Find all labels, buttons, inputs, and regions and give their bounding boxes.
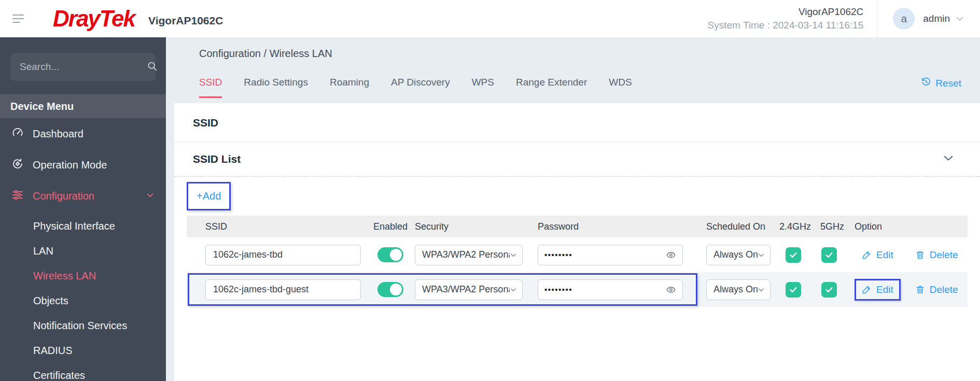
sidebar-item-dashboard[interactable]: Dashboard	[0, 118, 166, 149]
eye-icon[interactable]	[666, 285, 676, 295]
scheduled-on-value: Always On	[713, 284, 758, 295]
check-icon	[789, 250, 798, 260]
search-input[interactable]	[20, 61, 147, 73]
section-title: SSID	[187, 103, 968, 142]
table-header-row: SSID Enabled Security Password Scheduled…	[187, 216, 968, 237]
table-row: WPA3/WPA2 Personal •••••••• Always On	[187, 272, 968, 307]
sidebar-item-lan[interactable]: LAN	[0, 238, 166, 263]
breadcrumb: Configuration / Wireless LAN	[166, 48, 980, 66]
col-header-option: Option	[855, 221, 968, 232]
band-2-4ghz-checkbox[interactable]	[786, 247, 801, 263]
sidebar-item-physical-interface[interactable]: Physical Interface	[0, 214, 166, 238]
trash-icon	[915, 285, 925, 294]
hamburger-icon[interactable]	[12, 12, 24, 25]
password-masked: ••••••••	[544, 250, 572, 259]
sliders-icon	[11, 189, 24, 204]
sidebar-item-configuration[interactable]: Configuration	[0, 180, 166, 211]
username[interactable]: admin	[923, 13, 950, 24]
add-button[interactable]: +Add	[197, 190, 221, 202]
ssid-input[interactable]	[205, 279, 361, 300]
band-2-4ghz-checkbox[interactable]	[786, 282, 801, 298]
scheduled-on-select[interactable]: Always On	[706, 279, 771, 300]
edit-label: Edit	[876, 284, 893, 295]
header-right: VigorAP1062C System Time : 2024-03-14 11…	[708, 0, 980, 37]
scheduled-on-select[interactable]: Always On	[706, 245, 771, 265]
reset-icon	[921, 77, 931, 90]
ssid-list-header: SSID List	[187, 142, 968, 176]
sidebar-item-notification-services[interactable]: Notification Services	[0, 313, 166, 338]
device-name: VigorAP1062C	[708, 6, 864, 18]
enabled-toggle[interactable]	[377, 282, 403, 297]
band-5ghz-checkbox[interactable]	[821, 247, 837, 263]
col-header-5ghz: 5GHz	[820, 221, 855, 232]
col-header-security: Security	[415, 221, 538, 232]
tab-ap-discovery[interactable]: AP Discovery	[391, 77, 450, 98]
sub-item-label: Notification Services	[33, 320, 127, 332]
edit-label: Edit	[876, 249, 893, 261]
edit-button[interactable]: Edit	[862, 284, 893, 295]
security-select[interactable]: WPA3/WPA2 Personal	[415, 279, 523, 300]
chevron-down-icon[interactable]	[943, 152, 954, 166]
reset-button[interactable]: Reset	[921, 77, 961, 98]
enabled-toggle[interactable]	[377, 247, 403, 262]
tab-ssid[interactable]: SSID	[199, 77, 222, 98]
eye-icon[interactable]	[666, 250, 676, 260]
sub-item-label: LAN	[33, 245, 53, 257]
chevron-down-icon	[758, 251, 765, 259]
tab-roaming[interactable]: Roaming	[330, 77, 369, 98]
col-header-scheduled-on: Scheduled On	[706, 221, 779, 232]
sidebar-section-title: Device Menu	[0, 94, 166, 118]
reset-label: Reset	[935, 78, 961, 89]
delete-label: Delete	[930, 284, 958, 295]
edit-button[interactable]: Edit	[862, 249, 893, 261]
tab-range-extender[interactable]: Range Extender	[516, 77, 587, 98]
security-value: WPA3/WPA2 Personal	[422, 284, 510, 295]
sidebar-item-wireless-lan[interactable]: Wireless LAN	[0, 263, 166, 288]
delete-button[interactable]: Delete	[915, 249, 958, 261]
security-select[interactable]: WPA3/WPA2 Personal	[415, 245, 523, 265]
scheduled-on-value: Always On	[713, 249, 758, 260]
chevron-down-icon[interactable]	[146, 190, 155, 202]
sidebar: Device Menu Dashboard Operation Mode Con…	[0, 37, 166, 381]
ssid-input[interactable]	[205, 245, 361, 265]
sidebar-item-objects[interactable]: Objects	[0, 288, 166, 313]
band-5ghz-checkbox[interactable]	[821, 282, 837, 298]
table-row: WPA3/WPA2 Personal •••••••• Always On	[187, 237, 968, 272]
edit-button-highlight-box: Edit	[855, 279, 901, 301]
model-name: VigorAP1062C	[148, 15, 223, 27]
password-field[interactable]: ••••••••	[538, 245, 683, 265]
check-icon	[824, 285, 834, 294]
sub-item-label: Objects	[33, 295, 68, 307]
sidebar-item-label: Dashboard	[33, 128, 83, 140]
search-box[interactable]	[10, 53, 156, 81]
operation-mode-icon	[11, 158, 24, 173]
brand-part-1: Dray	[53, 6, 100, 31]
tab-wps[interactable]: WPS	[472, 77, 494, 98]
chevron-down-icon[interactable]	[955, 14, 964, 25]
chevron-down-icon	[758, 286, 765, 293]
avatar[interactable]: a	[893, 8, 915, 30]
delete-label: Delete	[930, 249, 958, 261]
delete-button[interactable]: Delete	[915, 284, 958, 295]
configuration-submenu: Physical Interface LAN Wireless LAN Obje…	[0, 214, 166, 381]
gauge-icon	[11, 126, 24, 142]
search-icon[interactable]	[147, 61, 158, 74]
sub-item-label: Physical Interface	[33, 220, 115, 232]
content-card: SSID SSID List +Add SSID Enabled Securit…	[174, 103, 980, 381]
dashed-divider	[174, 176, 980, 177]
tab-radio-settings[interactable]: Radio Settings	[244, 77, 308, 98]
password-field[interactable]: ••••••••	[538, 279, 683, 300]
pencil-icon	[862, 250, 872, 260]
sub-item-label: Wireless LAN	[33, 270, 96, 282]
tab-wds[interactable]: WDS	[609, 77, 632, 98]
sidebar-item-operation-mode[interactable]: Operation Mode	[0, 149, 166, 180]
col-header-ssid: SSID	[205, 221, 373, 232]
sidebar-item-radius[interactable]: RADIUS	[0, 338, 166, 363]
system-info: VigorAP1062C System Time : 2024-03-14 11…	[708, 6, 864, 31]
add-button-highlight-box: +Add	[187, 182, 231, 210]
header-divider	[877, 0, 877, 37]
sub-item-label: Certificates	[33, 370, 85, 381]
sub-item-label: RADIUS	[33, 345, 73, 357]
sidebar-item-certificates[interactable]: Certificates	[0, 363, 166, 381]
brand-part-2: Tek	[100, 6, 135, 31]
